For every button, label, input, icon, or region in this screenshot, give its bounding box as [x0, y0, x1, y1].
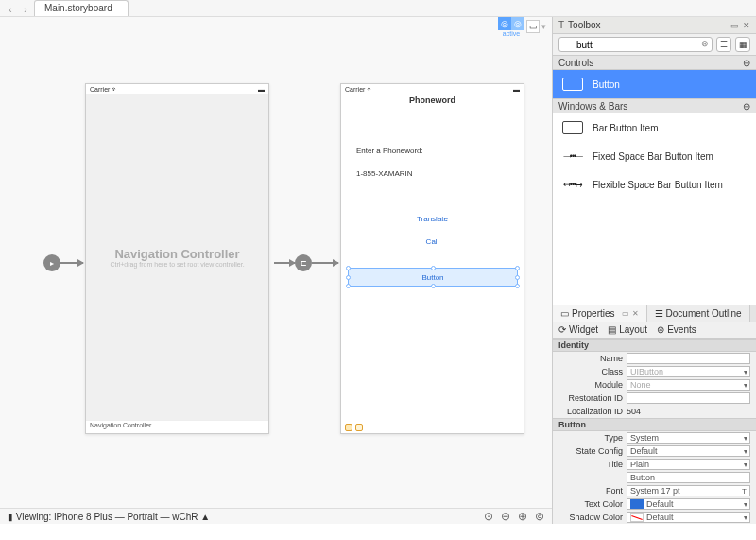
resize-handle[interactable]: [346, 275, 351, 280]
toolbox-item-fixed-space[interactable]: ⟞•••⟝ Fixed Space Bar Button Item: [553, 142, 756, 170]
new-button-label: Button: [421, 273, 443, 282]
subtab-layout[interactable]: ▤ Layout: [608, 324, 647, 335]
viewcontroller-icon[interactable]: [345, 424, 352, 431]
close-panel-button[interactable]: ✕: [743, 21, 750, 30]
toolbox-item-flexible-space[interactable]: ↤•••↦ Flexible Space Bar Button Item: [553, 170, 756, 199]
textcolor-field[interactable]: Default: [627, 498, 750, 510]
controls-section-label: Controls: [558, 58, 593, 68]
status-bar: Carrier ᯤ ▬: [341, 84, 524, 94]
class-label: Class: [558, 367, 623, 376]
toolbox-item-bar-button[interactable]: Bar Button Item: [553, 113, 756, 142]
panel-toggle-icon[interactable]: ▾: [541, 22, 546, 31]
font-picker-icon[interactable]: T: [742, 487, 747, 496]
tab-document-outline[interactable]: ☰ Document Outline: [647, 305, 750, 322]
toolbox-search-input[interactable]: [558, 37, 713, 52]
zoom-fit-button[interactable]: ⊙: [484, 510, 493, 523]
tab-outline-label: Document Outline: [666, 308, 742, 319]
dock-icon[interactable]: ▭: [622, 309, 629, 318]
textcolor-swatch: [630, 499, 644, 509]
shadowcolor-swatch: [630, 513, 644, 522]
grid-layout-button[interactable]: ▦: [735, 37, 750, 52]
module-label: Module: [558, 380, 623, 390]
nav-controller-subtitle: Ctrl+drag from here to set root view con…: [110, 261, 244, 268]
zoom-in-button[interactable]: ⊕: [518, 510, 527, 523]
restoration-field[interactable]: [627, 392, 750, 404]
dock-button[interactable]: ▭: [730, 21, 739, 30]
title-type-field[interactable]: Plain: [627, 459, 750, 470]
state-field[interactable]: Default: [627, 445, 750, 457]
clear-search-button[interactable]: ⊗: [701, 39, 709, 48]
prop-row-title-type: Title Plain: [553, 458, 756, 471]
carrier-label: Carrier: [345, 86, 365, 93]
identity-group-header[interactable]: Identity: [553, 339, 756, 352]
resize-handle[interactable]: [431, 266, 436, 270]
storyboard-canvas[interactable]: ▸ ⊏ Carrier ᯤ ▬ Navigation Controller Ct…: [0, 36, 552, 508]
prop-row-module: Module None: [553, 378, 756, 392]
shadowcolor-field[interactable]: Default: [627, 512, 750, 523]
segue-icon[interactable]: ⊏: [295, 254, 312, 271]
constraints-mode-button[interactable]: ◎: [498, 17, 511, 30]
entry-point-icon[interactable]: ▸: [43, 254, 60, 271]
toolbox-item-label: Flexible Space Bar Button Item: [593, 180, 723, 190]
name-field[interactable]: [627, 353, 750, 364]
frames-mode-button[interactable]: ◎: [511, 17, 524, 30]
title-text-field[interactable]: Button: [627, 472, 750, 483]
zoom-out-button[interactable]: ⊖: [501, 510, 510, 523]
toolbox-item-label: Bar Button Item: [593, 123, 658, 133]
resize-handle[interactable]: [515, 275, 520, 280]
prop-row-name: Name: [553, 352, 756, 365]
resize-handle[interactable]: [515, 284, 520, 288]
close-icon[interactable]: ✕: [632, 309, 639, 318]
tab-properties[interactable]: ▭ Properties ▭ ✕: [553, 305, 647, 322]
phoneword-textfield[interactable]: 1-855-XAMARIN: [356, 169, 507, 178]
controls-list: Button: [553, 70, 756, 98]
resize-handle[interactable]: [346, 266, 351, 270]
toolbox-item-label: Fixed Space Bar Button Item: [593, 151, 713, 162]
prop-row-type: Type System: [553, 431, 756, 444]
prop-row-shadowcolor: Shadow Color Default: [553, 511, 756, 524]
file-tab-label: Main.storyboard: [44, 3, 112, 13]
navigation-controller-scene[interactable]: Carrier ᯤ ▬ Navigation Controller Ctrl+d…: [85, 83, 269, 434]
subtab-widget[interactable]: ⟳ Widget: [558, 324, 598, 335]
module-field[interactable]: None: [627, 379, 750, 391]
segue-arrow-out: [312, 262, 338, 264]
file-tab[interactable]: Main.storyboard: [34, 0, 129, 16]
button-icon: [562, 78, 583, 91]
toolbox-empty-area: [553, 199, 756, 305]
textcolor-value: Default: [646, 499, 674, 509]
phoneword-scene[interactable]: Carrier ᯤ ▬ Phoneword Enter a Phoneword:…: [340, 83, 524, 434]
font-value: System 17 pt: [630, 486, 680, 496]
back-button[interactable]: ‹: [4, 3, 17, 16]
battery-icon: ▬: [258, 86, 265, 93]
controls-section-header[interactable]: Controls ⊖: [553, 55, 756, 70]
call-button[interactable]: Call: [341, 237, 524, 246]
bottom-bar: ▮ Viewing: iPhone 8 Plus — Portrait — wC…: [0, 508, 552, 524]
class-field[interactable]: UIButton: [627, 366, 750, 377]
status-bar: Carrier ᯤ ▬: [86, 84, 268, 94]
subtab-events[interactable]: ⊛ Events: [657, 324, 696, 335]
enter-phoneword-label: Enter a Phoneword:: [356, 147, 423, 155]
forward-button[interactable]: ›: [19, 3, 32, 16]
font-field[interactable]: System 17 ptT: [627, 485, 750, 496]
type-field[interactable]: System: [627, 432, 750, 444]
device-button[interactable]: ▭: [526, 20, 540, 33]
resize-handle[interactable]: [431, 284, 436, 288]
first-responder-icon[interactable]: [355, 424, 363, 431]
list-layout-button[interactable]: ☰: [716, 37, 731, 52]
windows-section-header[interactable]: Windows & Bars ⊖: [553, 98, 756, 113]
windows-section-label: Windows & Bars: [558, 101, 627, 112]
zoom-actual-button[interactable]: ⊚: [535, 510, 544, 523]
translate-button[interactable]: Translate: [341, 215, 524, 223]
toolbox-item-button[interactable]: Button: [553, 70, 756, 98]
viewing-label[interactable]: Viewing: iPhone 8 Plus — Portrait — wChR…: [16, 512, 210, 522]
toolbox-title: Toolbox: [568, 20, 600, 30]
button-group-header[interactable]: Button: [553, 418, 756, 431]
resize-handle[interactable]: [346, 284, 351, 288]
tab-properties-label: Properties: [572, 308, 615, 319]
carrier-label: Carrier: [90, 86, 110, 93]
resize-handle[interactable]: [515, 266, 520, 270]
canvas-area: ◎ ◎ active ▭ ▾ ▸ ⊏ Carrier ᯤ ▬: [0, 17, 552, 524]
new-button-selected[interactable]: Button: [348, 268, 518, 287]
name-label: Name: [558, 354, 623, 363]
toolbox-icon: T: [558, 20, 564, 30]
